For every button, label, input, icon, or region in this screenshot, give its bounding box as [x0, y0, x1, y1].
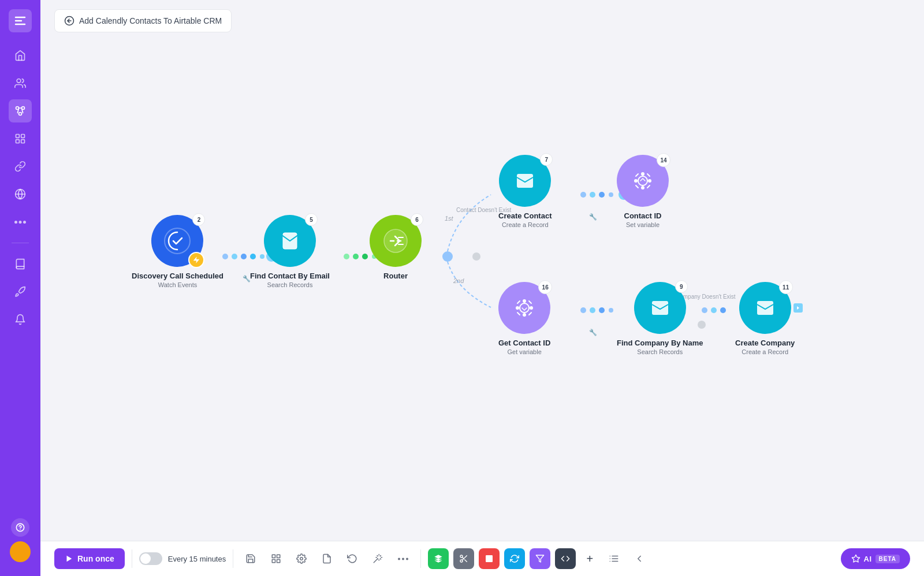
svg-point-3	[19, 113, 22, 116]
svg-point-11	[19, 221, 22, 224]
node-find-company[interactable]: 9 Find Company By Name Search Records	[617, 282, 703, 355]
divider-1	[132, 549, 132, 568]
svg-rect-69	[272, 560, 275, 563]
node-create-contact[interactable]: 7 Create Contact Create a Record	[498, 155, 552, 228]
node-contact-id[interactable]: 14 Contact ID Set variable	[617, 155, 669, 228]
logo[interactable]	[9, 9, 32, 32]
svg-rect-64	[652, 301, 668, 315]
svg-point-27	[442, 251, 453, 262]
node-discovery[interactable]: 2 Discovery Call Scheduled Watch Events	[132, 215, 223, 288]
node-create-company[interactable]: 11 Create Company Create a Record	[735, 282, 795, 355]
execution-list-btn[interactable]	[603, 548, 624, 569]
svg-point-63	[523, 313, 526, 317]
svg-point-42	[609, 308, 613, 313]
svg-point-73	[406, 558, 408, 560]
svg-line-78	[463, 557, 464, 559]
more-button[interactable]	[393, 548, 413, 569]
svg-point-0	[17, 79, 21, 83]
node-get-contact-id[interactable]: 16 Get Contact ID Get variable	[498, 282, 550, 355]
svg-point-39	[580, 307, 586, 313]
sidebar-item-home[interactable]	[9, 44, 32, 67]
svg-rect-5	[21, 135, 25, 138]
svg-point-32	[580, 192, 586, 198]
node-label-create-company: Create Company	[735, 339, 795, 347]
scissors-btn[interactable]	[453, 548, 474, 569]
workflow-title: Add Calendly Contacts To Airtable CRM	[79, 16, 222, 25]
save-button[interactable]	[240, 548, 261, 569]
node-sublabel-contact-id: Set variable	[626, 221, 660, 228]
svg-rect-66	[272, 555, 275, 558]
sidebar	[0, 0, 40, 576]
layout-button[interactable]	[266, 548, 286, 569]
divider-2	[233, 549, 233, 568]
add-module-btn[interactable]: +	[580, 549, 599, 568]
code-btn[interactable]	[555, 548, 576, 569]
bottom-toolbar: Run once Every 15 minutes	[40, 541, 924, 576]
node-router[interactable]: 6 Router	[370, 215, 422, 280]
magic-button[interactable]	[367, 548, 388, 569]
node-label-router: Router	[383, 272, 408, 280]
sidebar-item-integrations[interactable]	[9, 127, 32, 150]
svg-point-62	[523, 299, 526, 303]
workflow-canvas[interactable]: 🔧 1st Contact Doesn't Exist 2nd +	[40, 42, 924, 541]
svg-text:🔧: 🔧	[589, 213, 597, 221]
red-btn[interactable]	[479, 548, 500, 569]
svg-text:🔧: 🔧	[243, 274, 251, 283]
sidebar-item-users[interactable]	[9, 72, 32, 95]
node-sublabel-find-contact: Search Records	[267, 281, 313, 288]
sync-btn[interactable]	[504, 548, 525, 569]
svg-text:2nd: 2nd	[453, 277, 464, 284]
svg-line-77	[465, 560, 467, 562]
svg-rect-68	[277, 560, 280, 563]
svg-point-41	[599, 307, 605, 313]
green-module-btn[interactable]	[428, 548, 449, 569]
svg-point-59	[520, 303, 529, 313]
svg-point-17	[232, 254, 237, 259]
collapse-btn[interactable]	[629, 548, 650, 569]
main-area: Add Calendly Contacts To Airtable CRM 🔧	[40, 0, 924, 576]
sidebar-item-docs[interactable]	[9, 252, 32, 276]
schedule-toggle-container: Every 15 minutes	[139, 552, 226, 565]
filter-btn[interactable]	[530, 548, 550, 569]
settings-button[interactable]	[291, 548, 312, 569]
node-find-contact[interactable]: 5 Find Contact By Email Search Records	[250, 215, 330, 288]
sidebar-item-help[interactable]	[11, 518, 29, 537]
header: Add Calendly Contacts To Airtable CRM	[40, 0, 924, 42]
svg-point-18	[241, 254, 247, 259]
node-sublabel-find-company: Search Records	[637, 348, 683, 355]
svg-rect-65	[757, 301, 773, 315]
node-label-find-company: Find Company By Name	[617, 339, 703, 347]
svg-rect-6	[16, 140, 20, 143]
svg-point-55	[634, 179, 638, 183]
sidebar-item-globe[interactable]	[9, 183, 32, 206]
run-once-button[interactable]: Run once	[54, 548, 125, 569]
notes-button[interactable]	[316, 548, 337, 569]
user-avatar[interactable]	[10, 541, 31, 562]
svg-point-56	[648, 179, 651, 183]
run-once-label: Run once	[77, 554, 114, 563]
sidebar-item-more[interactable]	[9, 210, 32, 233]
ai-button[interactable]: AI BETA	[841, 548, 910, 569]
svg-point-61	[530, 306, 533, 310]
node-label-get-contact-id: Get Contact ID	[498, 339, 550, 347]
sidebar-item-workflows[interactable]	[9, 99, 32, 122]
sidebar-item-connections[interactable]	[9, 155, 32, 178]
undo-button[interactable]	[342, 548, 363, 569]
svg-point-54	[638, 176, 647, 185]
schedule-label: Every 15 minutes	[168, 555, 226, 563]
svg-point-31	[472, 252, 480, 261]
svg-point-71	[398, 558, 400, 560]
node-sublabel-get-contact-id: Get variable	[507, 348, 541, 355]
svg-point-10	[14, 221, 17, 224]
divider-3	[420, 549, 421, 568]
sidebar-item-rocket[interactable]	[9, 280, 32, 303]
back-button[interactable]: Add Calendly Contacts To Airtable CRM	[54, 9, 232, 32]
node-sublabel-create-contact: Create a Record	[502, 221, 549, 228]
node-sublabel-create-company: Create a Record	[742, 348, 788, 355]
sidebar-item-bell[interactable]	[9, 308, 32, 331]
svg-point-52	[384, 229, 407, 252]
node-label-create-contact: Create Contact	[498, 211, 552, 220]
schedule-toggle[interactable]	[139, 552, 162, 565]
svg-point-70	[300, 558, 303, 560]
node-badge-discovery: 2	[192, 213, 205, 226]
